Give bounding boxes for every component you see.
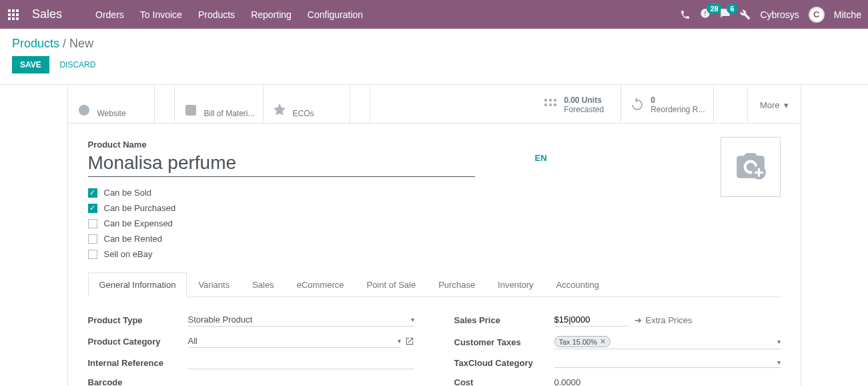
activity-badge: 28	[707, 3, 721, 14]
form-sheet: Website Bill of Materi... ECOs Quality P…	[67, 85, 801, 386]
tab-variants[interactable]: Variants	[187, 272, 241, 297]
stat-buttons: Website Bill of Materi... ECOs Quality P…	[68, 85, 801, 124]
product-name-input[interactable]	[88, 150, 475, 177]
chevron-down-icon: ▾	[398, 337, 401, 345]
internal-reference-input[interactable]	[188, 356, 414, 369]
stat-forecasted[interactable]: 0.00 UnitsForecasted	[534, 87, 621, 122]
chevron-down-icon: ▾	[411, 316, 414, 323]
user-avatar[interactable]: C	[809, 7, 825, 23]
can-be-expensed-checkbox[interactable]	[88, 219, 97, 228]
tax-tag[interactable]: Tax 15.00%✕	[554, 336, 610, 347]
customer-taxes-input[interactable]: Tax 15.00%✕ ▾	[554, 335, 781, 349]
internal-reference-label: Internal Reference	[88, 358, 188, 368]
menu-to-invoice[interactable]: To Invoice	[140, 9, 182, 20]
save-button[interactable]: SAVE	[12, 56, 49, 73]
menu-configuration[interactable]: Configuration	[308, 9, 363, 20]
camera-icon	[731, 150, 771, 184]
sales-price-input[interactable]	[554, 313, 628, 327]
cost-label: Cost	[454, 377, 554, 386]
tab-sales[interactable]: Sales	[241, 272, 286, 297]
can-be-purchased-checkbox[interactable]	[88, 204, 97, 213]
stat-bom[interactable]: Bill of Materi...	[175, 85, 264, 124]
breadcrumb-current: New	[69, 37, 93, 50]
app-brand: Sales	[32, 7, 62, 21]
svg-point-0	[79, 105, 89, 116]
external-link-icon[interactable]	[405, 337, 414, 346]
menu-orders[interactable]: Orders	[95, 9, 124, 20]
taxcloud-category-label: TaxCloud Category	[454, 358, 554, 368]
breadcrumb-root[interactable]: Products	[12, 37, 59, 50]
notebook-tabs: General Information Variants Sales eComm…	[88, 272, 781, 297]
chevron-down-icon: ▾	[777, 359, 781, 366]
product-type-label: Product Type	[88, 315, 188, 325]
menu-reporting[interactable]: Reporting	[251, 9, 292, 20]
product-name-label: Product Name	[88, 140, 781, 150]
tab-pos[interactable]: Point of Sale	[355, 272, 427, 297]
can-be-rented-checkbox[interactable]	[88, 234, 97, 244]
product-checkboxes: Can be Sold Can be Purchased Can be Expe…	[88, 188, 781, 259]
customer-taxes-label: Customer Taxes	[454, 337, 554, 347]
chevron-down-icon: ▾	[777, 338, 781, 345]
stat-reordering[interactable]: 0Reordering R...	[621, 87, 713, 122]
stat-ecos[interactable]: ECOs	[264, 85, 350, 124]
product-category-select[interactable]: All▾	[188, 335, 401, 348]
product-category-label: Product Category	[88, 337, 188, 347]
breadcrumb: Products / New	[0, 29, 868, 51]
tab-general-info[interactable]: General Information	[88, 272, 187, 297]
sell-on-ebay-checkbox[interactable]	[88, 250, 97, 259]
tab-ecommerce[interactable]: eCommerce	[286, 272, 356, 297]
product-type-select[interactable]: Storable Product▾	[188, 313, 414, 327]
cost-value: 0.0000	[554, 376, 781, 386]
language-button[interactable]: EN	[535, 153, 547, 163]
menu-products[interactable]: Products	[198, 9, 235, 20]
messages-badge: 6	[727, 3, 737, 14]
tab-inventory[interactable]: Inventory	[486, 272, 544, 297]
stat-unknown-a[interactable]	[155, 85, 175, 124]
form-body: Product Name EN Can be Sold Can be Purch…	[68, 124, 801, 386]
main-menu: Orders To Invoice Products Reporting Con…	[95, 9, 363, 20]
barcode-label: Barcode	[88, 377, 188, 386]
debug-icon[interactable]	[740, 9, 751, 20]
activity-icon[interactable]: 28	[700, 8, 711, 21]
stat-more[interactable]: More ▾	[747, 87, 801, 122]
chevron-down-icon: ▾	[784, 100, 789, 110]
stat-website[interactable]: Website	[68, 85, 155, 124]
extra-prices-link[interactable]: ➔Extra Prices	[634, 315, 693, 325]
sales-price-label: Sales Price	[454, 315, 554, 325]
phone-icon[interactable]	[680, 9, 691, 20]
taxcloud-category-select[interactable]: ▾	[554, 357, 781, 368]
stat-unknown-b[interactable]	[350, 85, 370, 124]
product-image-placeholder[interactable]	[721, 137, 781, 197]
svg-rect-1	[185, 105, 196, 116]
tab-accounting[interactable]: Accounting	[545, 272, 610, 297]
systray: 28 6 Cybrosys C Mitche	[680, 7, 868, 23]
arrow-right-icon: ➔	[634, 315, 642, 325]
top-nav: Sales Orders To Invoice Products Reporti…	[0, 0, 868, 29]
company-switcher[interactable]: Cybrosys	[760, 9, 799, 20]
action-bar: SAVE DISCARD	[0, 51, 868, 85]
tab-purchase[interactable]: Purchase	[427, 272, 486, 297]
remove-tag-icon[interactable]: ✕	[600, 337, 606, 346]
user-name[interactable]: Mitche	[834, 9, 861, 20]
can-be-sold-checkbox[interactable]	[88, 188, 97, 198]
discard-button[interactable]: DISCARD	[59, 60, 95, 69]
apps-icon[interactable]	[8, 9, 19, 20]
general-info-panel: Product Type Storable Product▾ Product C…	[88, 297, 781, 386]
messages-icon[interactable]: 6	[720, 8, 731, 21]
